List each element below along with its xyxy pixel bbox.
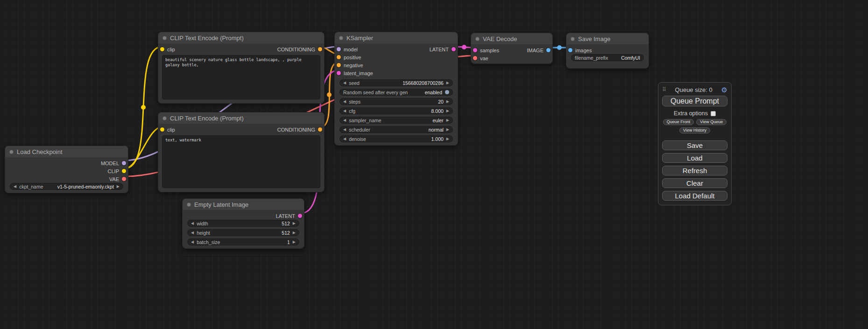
decrement-arrow-icon[interactable]: ◀ (343, 109, 346, 113)
height-widget[interactable]: ◀ height 512 ▶ (187, 229, 299, 236)
conditioning-slot-dot[interactable] (337, 63, 341, 67)
decrement-arrow-icon[interactable]: ◀ (191, 231, 194, 235)
settings-gear-icon[interactable]: ⚙ (721, 86, 727, 93)
increment-arrow-icon[interactable]: ▶ (446, 81, 449, 85)
collapse-dot-icon[interactable] (571, 37, 575, 41)
clip-slot-dot[interactable] (122, 169, 126, 173)
decrement-arrow-icon[interactable]: ◀ (343, 100, 346, 104)
view-history-button[interactable]: View History (679, 127, 710, 133)
decrement-arrow-icon[interactable]: ◀ (191, 222, 194, 225)
node-save-image[interactable]: Save Image images filename_prefix ComfyU… (566, 33, 649, 69)
increment-arrow-icon[interactable]: ▶ (293, 231, 296, 235)
steps-widget[interactable]: ◀ steps 20 ▶ (339, 98, 453, 105)
queue-prompt-button[interactable]: Queue Prompt (662, 96, 727, 106)
node-vae-decode[interactable]: VAE Decode samples IMAGE vae (471, 33, 553, 64)
view-queue-button[interactable]: View Queue (696, 119, 727, 125)
increment-arrow-icon[interactable]: ▶ (293, 240, 296, 244)
negative-prompt-textarea[interactable]: text, watermark (162, 135, 320, 188)
denoise-widget[interactable]: ◀ denoise 1.000 ▶ (339, 135, 453, 142)
output-slot-vae[interactable]: VAE (109, 176, 126, 182)
width-widget[interactable]: ◀ width 512 ▶ (187, 220, 299, 227)
node-clip-text-encode-negative[interactable]: CLIP Text Encode (Prompt) clip CONDITION… (158, 112, 325, 192)
clip-slot-dot[interactable] (160, 47, 164, 51)
input-slot-negative[interactable]: negative (337, 63, 363, 68)
node-empty-latent-image[interactable]: Empty Latent Image LATENT ◀ width 512 ▶ … (182, 198, 304, 249)
toggle-dot-icon[interactable] (445, 90, 449, 94)
input-slot-samples[interactable]: samples (473, 48, 499, 53)
decrement-arrow-icon[interactable]: ◀ (343, 81, 346, 85)
queue-front-button[interactable]: Queue Front (663, 119, 694, 125)
refresh-button[interactable]: Refresh (662, 166, 727, 175)
batch-size-widget[interactable]: ◀ batch_size 1 ▶ (187, 238, 299, 245)
latent-slot-dot[interactable] (337, 71, 341, 75)
input-slot-images[interactable]: images (568, 48, 592, 53)
load-button[interactable]: Load (662, 153, 727, 163)
node-title-bar[interactable]: CLIP Text Encode (Prompt) (158, 112, 324, 124)
output-slot-image[interactable]: IMAGE (527, 48, 550, 53)
collapse-dot-icon[interactable] (339, 36, 343, 40)
conditioning-slot-dot[interactable] (318, 127, 322, 132)
save-button[interactable]: Save (662, 140, 727, 150)
scheduler-widget[interactable]: ◀ scheduler normal ▶ (339, 126, 453, 133)
increment-arrow-icon[interactable]: ▶ (446, 137, 449, 141)
input-slot-vae[interactable]: vae (473, 56, 488, 61)
load-default-button[interactable]: Load Default (662, 191, 727, 201)
image-slot-dot[interactable] (546, 48, 550, 52)
filename-prefix-widget[interactable]: filename_prefix ComfyUI (571, 54, 644, 61)
output-slot-clip[interactable]: CLIP (108, 168, 126, 174)
model-slot-dot[interactable] (337, 47, 341, 51)
increment-arrow-icon[interactable]: ▶ (446, 100, 449, 104)
input-slot-clip[interactable]: clip (160, 47, 175, 52)
clip-slot-dot[interactable] (160, 127, 164, 132)
node-graph-canvas[interactable]: Load Checkpoint MODEL CLIP VAE (0, 0, 868, 329)
collapse-dot-icon[interactable] (187, 203, 191, 207)
increment-arrow-icon[interactable]: ▶ (446, 128, 449, 132)
drag-handle-icon[interactable]: ⠿ (662, 86, 666, 93)
node-title-bar[interactable]: KSampler (335, 32, 458, 43)
cfg-widget[interactable]: ◀ cfg 8.000 ▶ (339, 107, 453, 114)
input-slot-positive[interactable]: positive (337, 55, 361, 60)
decrement-arrow-icon[interactable]: ◀ (191, 240, 194, 244)
conditioning-slot-dot[interactable] (337, 55, 341, 59)
latent-slot-dot[interactable] (452, 47, 456, 51)
positive-prompt-textarea[interactable]: beautiful scenery nature glass bottle la… (162, 55, 320, 99)
node-ksampler[interactable]: KSampler model LATENT positive (334, 32, 458, 146)
output-slot-conditioning[interactable]: CONDITIONING (277, 47, 322, 52)
collapse-dot-icon[interactable] (162, 36, 167, 40)
output-slot-model[interactable]: MODEL (101, 161, 126, 166)
vae-slot-dot[interactable] (473, 56, 477, 60)
node-title-bar[interactable]: Save Image (566, 33, 649, 44)
input-slot-clip[interactable]: clip (160, 127, 175, 133)
increment-arrow-icon[interactable]: ▶ (293, 222, 296, 225)
sampler-name-widget[interactable]: ◀ sampler_name euler ▶ (339, 117, 453, 124)
node-title-bar[interactable]: Empty Latent Image (183, 199, 304, 210)
conditioning-slot-dot[interactable] (318, 47, 322, 51)
latent-slot-dot[interactable] (298, 214, 302, 218)
increment-arrow-icon[interactable]: ▶ (446, 119, 449, 122)
collapse-dot-icon[interactable] (162, 116, 167, 120)
output-slot-conditioning[interactable]: CONDITIONING (277, 127, 322, 133)
collapse-dot-icon[interactable] (475, 37, 480, 41)
increment-arrow-icon[interactable]: ▶ (446, 109, 449, 113)
node-title-bar[interactable]: Load Checkpoint (5, 146, 128, 157)
random-seed-toggle-widget[interactable]: Random seed after every gen enabled (339, 89, 453, 96)
output-slot-latent[interactable]: LATENT (430, 47, 456, 52)
decrement-arrow-icon[interactable]: ◀ (343, 128, 346, 132)
node-title-bar[interactable]: CLIP Text Encode (Prompt) (158, 32, 324, 43)
seed-widget[interactable]: ◀ seed 156680208700286 ▶ (339, 79, 453, 86)
output-slot-latent[interactable]: LATENT (276, 213, 302, 219)
extra-options-checkbox[interactable] (711, 111, 716, 116)
decrement-arrow-icon[interactable]: ◀ (343, 137, 346, 141)
decrement-arrow-icon[interactable]: ◀ (14, 185, 16, 189)
decrement-arrow-icon[interactable]: ◀ (343, 119, 346, 122)
node-title-bar[interactable]: VAE Decode (471, 33, 552, 44)
clear-button[interactable]: Clear (662, 178, 727, 188)
vae-slot-dot[interactable] (122, 177, 126, 181)
input-slot-latent-image[interactable]: latent_image (337, 70, 373, 76)
model-slot-dot[interactable] (122, 161, 126, 165)
increment-arrow-icon[interactable]: ▶ (117, 185, 120, 189)
latent-slot-dot[interactable] (473, 48, 477, 52)
node-load-checkpoint[interactable]: Load Checkpoint MODEL CLIP VAE (5, 146, 128, 193)
image-slot-dot[interactable] (568, 48, 572, 52)
input-slot-model[interactable]: model (337, 47, 358, 52)
